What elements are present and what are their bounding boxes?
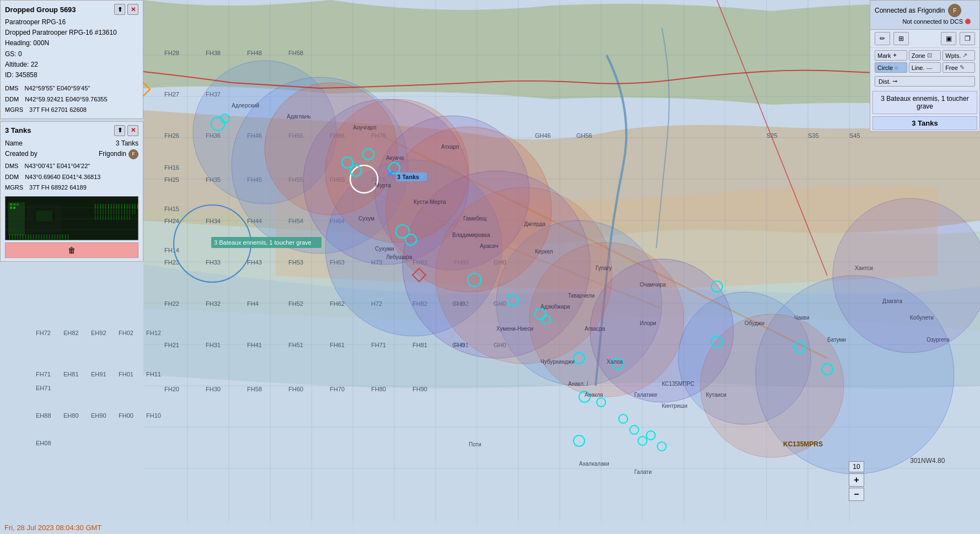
svg-text:Дзагата: Дзагата [882, 298, 902, 304]
dms-label: DMS [5, 85, 18, 91]
circle-tool[interactable]: Circle ○ [875, 62, 907, 73]
svg-text:FH25: FH25 [164, 176, 179, 183]
svg-text:FH72: FH72 [36, 330, 51, 336]
svg-text:FH14: FH14 [164, 247, 179, 253]
ddm-row: DDM N42°59.92421 E040°59.76355 [5, 95, 138, 105]
svg-text:FH53: FH53 [288, 259, 303, 266]
mark-tool[interactable]: Mark ✦ [875, 50, 907, 61]
svg-text:Кутаиси: Кутаиси [706, 392, 726, 398]
dms-row: DMS N42°59'55" E040°59'45" [5, 84, 138, 94]
svg-text:3 Bateaux ennemis, 1 toucher g: 3 Bateaux ennemis, 1 toucher grave [214, 239, 312, 246]
svg-text:Агвасра: Агвасра [585, 326, 606, 332]
svg-text:FH10: FH10 [146, 412, 161, 419]
svg-text:Аоучгарп: Аоучгарп [353, 125, 376, 131]
svg-text:FH60: FH60 [288, 386, 303, 392]
right-panel: Connected as Frigondin F Not connected t… [870, 0, 980, 132]
zone-symbol: ⊡ [927, 52, 932, 59]
svg-text:Акуача: Акуача [386, 155, 404, 161]
connection-label: Not connected to DCS [903, 18, 963, 25]
svg-text:Мурта: Мурта [375, 182, 391, 188]
close-panel-icon[interactable]: ✕ [127, 4, 138, 15]
connected-as-label: Connected as Frigondin [875, 7, 945, 14]
zoom-out-button[interactable]: − [849, 488, 864, 501]
dropped-group-header: Dropped Group 5693 ⬆ ✕ [5, 4, 138, 15]
window-icon-btn[interactable]: ▣ [941, 32, 956, 45]
paratrooper-line1: Paratrooper RPG-16 [5, 17, 138, 28]
altitude-line: Altitude: 22 [5, 60, 138, 70]
svg-text:GH56: GH56 [576, 132, 592, 139]
status-bar: Fri, 28 Jul 2023 08:04:30 GMT [0, 521, 980, 534]
circle-label: Circle [877, 64, 893, 71]
svg-text:FH24: FH24 [164, 218, 179, 224]
tanks-ddm-row: DDM N43°0.69640 E041°4.36813 [5, 172, 138, 182]
coords-section: DMS N42°59'55" E040°59'45" DDM N42°59.92… [5, 84, 138, 115]
copy-icon-btn[interactable]: ❐ [960, 32, 975, 45]
svg-text:FH33: FH33 [206, 259, 221, 266]
svg-text:FH62: FH62 [330, 300, 345, 307]
svg-rect-219 [13, 207, 15, 209]
brush-icon-btn[interactable]: ✏ [875, 32, 890, 45]
svg-text:FH80: FH80 [371, 386, 386, 392]
zone-tool[interactable]: Zone ⊡ [909, 50, 941, 61]
svg-text:Джгерда: Джгерда [524, 221, 546, 227]
circle-symbol: ○ [895, 64, 898, 71]
tanks-badge-text: 3 Tanks [912, 119, 938, 127]
dropped-group-panel: Dropped Group 5693 ⬆ ✕ Paratrooper RPG-1… [0, 0, 143, 119]
svg-text:KC135MPRS: KC135MPRS [783, 440, 823, 448]
svg-text:|||||||||||||||||||||||: ||||||||||||||||||||||| [8, 234, 69, 239]
svg-text:FH70: FH70 [330, 386, 345, 392]
name-value: 3 Tanks [116, 138, 138, 149]
line-symbol: — [927, 64, 933, 71]
svg-text:EH92: EH92 [91, 330, 106, 336]
zoom-in-button[interactable]: + [849, 473, 864, 487]
svg-text:EH71: EH71 [36, 385, 51, 391]
svg-text:FH4: FH4 [247, 300, 259, 307]
zoom-controls: 10 + − [849, 461, 864, 501]
heading-line: Heading: 000N [5, 38, 138, 48]
tanks-dms-value: N43°00'41" E041°04'22" [25, 163, 90, 169]
map-container[interactable]: FH26 FH36 FH46 FH56 FH66 FH76 FH27 FH37 … [0, 0, 980, 534]
layers-icon-btn[interactable]: ⊞ [893, 32, 909, 45]
svg-text:Керкел: Керкел [535, 249, 553, 255]
created-value: Frigondin [99, 149, 126, 159]
svg-text:FH31: FH31 [206, 342, 221, 348]
svg-text:FH12: FH12 [146, 330, 161, 336]
zoom-level-display: 10 [849, 461, 864, 472]
tanks-upload-icon[interactable]: ⬆ [114, 125, 125, 136]
line-tool[interactable]: Line. — [909, 62, 941, 73]
wpts-tool[interactable]: Wpts. ↗ [942, 50, 975, 61]
svg-text:FH71: FH71 [36, 371, 51, 377]
connection-status-dot [965, 19, 971, 24]
svg-text:Адлерский: Адлерский [232, 103, 259, 109]
mgrs-label: MGRS [5, 106, 23, 113]
svg-text:EH82: EH82 [63, 330, 79, 336]
tanks-close-icon[interactable]: ✕ [127, 125, 138, 136]
free-tool[interactable]: Free ✎ [942, 62, 975, 73]
user-info: Connected as Frigondin F [875, 4, 975, 17]
svg-text:Атхарп: Атхарп [441, 144, 459, 150]
delete-button[interactable]: 🗑 [5, 242, 138, 258]
svg-text:Обуджи: Обуджи [745, 320, 764, 326]
wpts-symbol: ↗ [962, 52, 967, 59]
tanks-ddm-label: DDM [5, 174, 19, 180]
dropped-group-body: Paratrooper RPG-16 Dropped Paratrooper R… [5, 17, 138, 115]
svg-text:||||||||||||||||||: |||||||||||||||||| [94, 204, 138, 209]
svg-text:FH02: FH02 [119, 330, 133, 336]
svg-text:EH80: EH80 [63, 412, 79, 419]
gs-line: GS: 0 [5, 49, 138, 60]
svg-text:FH15: FH15 [164, 206, 179, 212]
created-label: Created by [5, 149, 38, 159]
upload-icon[interactable]: ⬆ [114, 4, 125, 15]
tanks-ddm-value: N43°0.69640 E041°4.36813 [25, 174, 100, 180]
svg-text:Озургети: Озургети [927, 337, 950, 343]
svg-text:Галати: Галати [634, 469, 652, 475]
svg-text:EH90: EH90 [91, 412, 106, 419]
dist-tool[interactable]: Dist. ⊸ [875, 76, 975, 87]
dropped-group-title: Dropped Group 5693 [5, 6, 76, 14]
message-text: 3 Bateaux ennemis, 1 toucher grave [881, 95, 968, 110]
svg-point-130 [700, 314, 844, 457]
created-value-container: Frigondin F [99, 149, 138, 159]
svg-text:FH43: FH43 [247, 259, 262, 266]
tanks-dms-label: DMS [5, 163, 18, 169]
svg-text:EH08: EH08 [36, 440, 51, 446]
